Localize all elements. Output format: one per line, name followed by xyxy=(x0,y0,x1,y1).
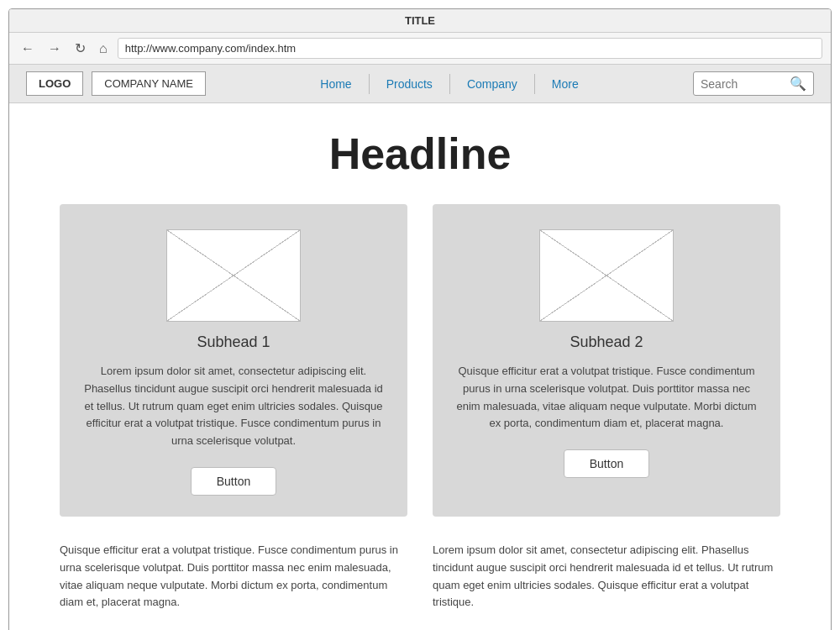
bottom-text-left: Quisque efficitur erat a volutpat tristi… xyxy=(60,542,407,612)
search-input[interactable] xyxy=(701,77,785,91)
title-bar: TITLE xyxy=(9,9,831,33)
card-2-text: Quisque efficitur erat a volutpat tristi… xyxy=(454,363,759,433)
page-title: TITLE xyxy=(405,14,435,27)
site-content: Headline Subhead 1 Lorem ipsum dolor sit… xyxy=(9,103,831,630)
home-button[interactable]: ⌂ xyxy=(96,39,111,58)
company-name: COMPANY NAME xyxy=(92,71,206,96)
browser-window: TITLE ← → ↻ ⌂ LOGO COMPANY NAME Home Pro… xyxy=(8,8,832,630)
card-1-text: Lorem ipsum dolor sit amet, consectetur … xyxy=(81,363,386,450)
card-1-button[interactable]: Button xyxy=(191,467,276,496)
bottom-text-right: Lorem ipsum dolor sit amet, consectetur … xyxy=(433,542,780,612)
nav-company[interactable]: Company xyxy=(449,74,534,94)
nav-more[interactable]: More xyxy=(534,74,596,94)
site-header: LOGO COMPANY NAME Home Products Company … xyxy=(9,65,831,103)
back-button[interactable]: ← xyxy=(18,39,38,58)
card-2-subhead: Subhead 2 xyxy=(570,333,643,351)
card-2-button[interactable]: Button xyxy=(564,449,649,478)
cards-row: Subhead 1 Lorem ipsum dolor sit amet, co… xyxy=(60,204,780,517)
logo: LOGO xyxy=(26,71,83,96)
nav-home[interactable]: Home xyxy=(303,74,368,94)
bottom-text-row: Quisque efficitur erat a volutpat tristi… xyxy=(60,542,780,612)
search-button[interactable]: 🔍 xyxy=(790,76,806,92)
forward-button[interactable]: → xyxy=(45,39,65,58)
card-1: Subhead 1 Lorem ipsum dolor sit amet, co… xyxy=(60,204,407,517)
refresh-button[interactable]: ↻ xyxy=(71,39,89,58)
main-nav: Home Products Company More xyxy=(214,74,685,94)
card-2-image xyxy=(539,229,674,322)
browser-nav-bar: ← → ↻ ⌂ xyxy=(9,33,831,65)
search-box: 🔍 xyxy=(693,71,814,96)
card-1-subhead: Subhead 1 xyxy=(197,333,270,351)
card-1-image xyxy=(166,229,301,322)
main-headline: Headline xyxy=(60,129,780,179)
address-bar[interactable] xyxy=(118,38,822,59)
card-2: Subhead 2 Quisque efficitur erat a volut… xyxy=(433,204,780,517)
nav-products[interactable]: Products xyxy=(369,74,449,94)
